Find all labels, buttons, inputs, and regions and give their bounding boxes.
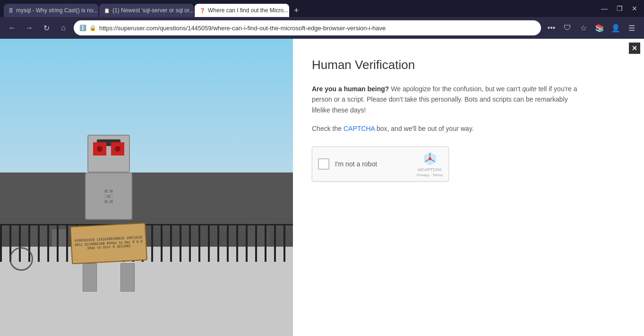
close-button[interactable]: ✕	[629, 3, 640, 14]
recaptcha-terms-link[interactable]: Terms	[432, 173, 443, 177]
settings-button[interactable]: ☰	[625, 21, 638, 34]
page-content: Stack Exchange 👤 278 ●2 ●15 +10 ✉ ❓ ☰ Ho…	[0, 39, 644, 336]
tab-3[interactable]: ❓ Where can I find out the Micro... ✕	[195, 4, 289, 17]
recaptcha-box[interactable]: I'm not a robot reCAPTCHA	[312, 146, 449, 181]
recaptcha-logo	[422, 151, 438, 166]
lock-icon: 🔒	[89, 25, 96, 31]
robot-eye-left	[93, 142, 106, 155]
shield-button[interactable]: 🛡	[561, 21, 574, 34]
check-text-label: Check the	[312, 125, 343, 132]
tab-2-favicon: 📋	[104, 8, 110, 13]
maximize-button[interactable]: ❐	[614, 3, 625, 14]
captcha-italic-text: quite	[522, 85, 536, 93]
info-icon: ℹ️	[79, 25, 86, 31]
robot-legs	[71, 263, 146, 292]
robot-leg-right	[120, 263, 135, 292]
recaptcha-logo-side: reCAPTCHA Privacy - Terms	[417, 151, 443, 177]
recaptcha-brand: reCAPTCHA	[418, 167, 442, 172]
more-button[interactable]: •••	[545, 21, 558, 34]
back-button[interactable]: ←	[6, 21, 19, 34]
robot-body: ▣▢▣▢▣▢▣▢▣ 0100101010 11010100100010 1001…	[71, 135, 146, 292]
tab-3-title: Where can I find out the Micro...	[208, 7, 288, 14]
robot-sign: 0100101010 11010100100010 100110100011 0…	[70, 223, 147, 264]
browser-toolbar: ← → ↻ ⌂ ℹ️ 🔒 https://superuser.com/quest…	[0, 17, 644, 39]
minimize-button[interactable]: —	[599, 3, 610, 14]
robot-scene: ▣▢▣▢▣▢▣▢▣ 0100101010 11010100100010 1001…	[0, 39, 293, 336]
svg-point-0	[429, 157, 431, 160]
toolbar-actions: ••• 🛡 ☆ 📚 👤 ☰	[545, 21, 638, 34]
check-end-text: box, and we'll be out of your way.	[375, 125, 473, 132]
recaptcha-links: Privacy - Terms	[417, 173, 443, 177]
captcha-check-text: Check the CAPTCHA box, and we'll be out …	[312, 125, 625, 132]
favorites-button[interactable]: ☆	[577, 21, 590, 34]
robot-torso: ▣▢▣▢▣▢▣▢▣	[85, 172, 132, 220]
robot-head	[87, 135, 130, 172]
reload-button[interactable]: ↻	[40, 21, 53, 34]
robot-torso-text: ▣▢▣▢▣▢▣▢▣	[104, 188, 113, 204]
tab-2[interactable]: 📋 (1) Newest 'sql-server or sql or... ✕	[99, 4, 194, 17]
recaptcha-checkbox[interactable]	[318, 158, 329, 170]
forward-button[interactable]: →	[23, 21, 36, 34]
captcha-image-side: ▣▢▣▢▣▢▣▢▣ 0100101010 11010100100010 1001…	[0, 39, 293, 336]
captcha-link[interactable]: CAPTCHA	[343, 125, 375, 132]
recaptcha-privacy-link[interactable]: Privacy	[417, 173, 429, 177]
url-text: https://superuser.com/questions/1445059/…	[99, 25, 535, 32]
address-bar[interactable]: ℹ️ 🔒 https://superuser.com/questions/144…	[74, 20, 541, 35]
tab-1-favicon: 🗄	[9, 8, 13, 13]
captcha-normal-text: We apologize for the confusion, but we c…	[389, 85, 522, 93]
bicycle	[9, 247, 33, 271]
captcha-bold-text: Are you a human being?	[312, 85, 389, 93]
robot-leg-left	[83, 263, 97, 292]
tab-2-title: (1) Newest 'sql-server or sql or...	[112, 7, 194, 14]
captcha-overlay: ▣▢▣▢▣▢▣▢▣ 0100101010 11010100100010 1001…	[0, 39, 644, 336]
captcha-close-button[interactable]: ✕	[629, 43, 640, 54]
collections-button[interactable]: 📚	[593, 21, 606, 34]
tab-3-favicon: ❓	[199, 8, 205, 13]
captcha-description: Are you a human being? We apologize for …	[312, 84, 586, 115]
captcha-modal: ▣▢▣▢▣▢▣▢▣ 0100101010 11010100100010 1001…	[0, 39, 644, 336]
tab-1[interactable]: 🗄 mysql - Why string Cast() is no... ✕	[4, 4, 98, 17]
sky-background	[0, 39, 293, 172]
home-button[interactable]: ⌂	[57, 21, 70, 34]
captcha-content-side: ✕ Human Verification Are you a human bei…	[293, 39, 644, 336]
new-tab-button[interactable]: +	[290, 4, 303, 17]
tab-1-title: mysql - Why string Cast() is no...	[16, 7, 98, 14]
robot-eye-right	[111, 142, 124, 155]
recaptcha-label: I'm not a robot	[335, 160, 411, 168]
window-controls: — ❐ ✕	[599, 3, 640, 14]
robot-sign-text: 0100101010 11010100100010 100110100011 0…	[74, 235, 143, 251]
tabs-area: 🗄 mysql - Why string Cast() is no... ✕ 📋…	[4, 0, 593, 17]
captcha-title: Human Verification	[312, 58, 625, 72]
profile-button[interactable]: 👤	[609, 21, 622, 34]
browser-titlebar: 🗄 mysql - Why string Cast() is no... ✕ 📋…	[0, 0, 644, 17]
